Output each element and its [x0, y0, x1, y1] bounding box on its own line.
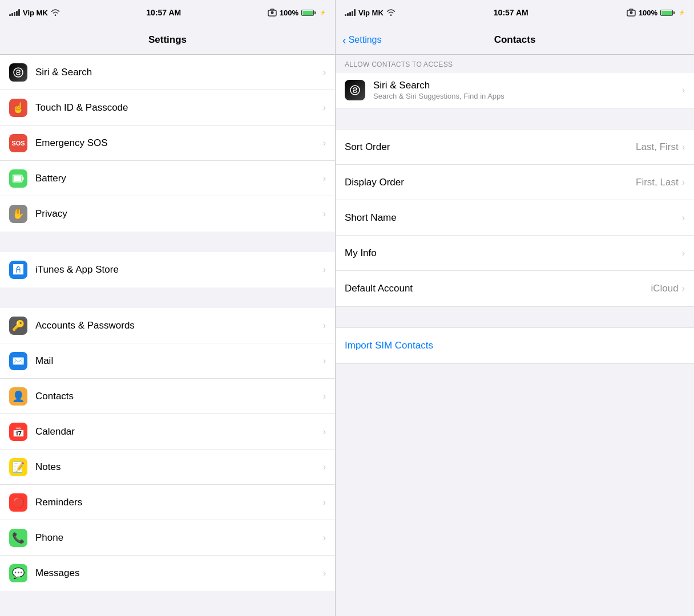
settings-row-appstore[interactable]: 🅰 iTunes & App Store ›	[0, 252, 335, 287]
status-time-right: 10:57 AM	[494, 8, 528, 17]
notes-label: Notes	[35, 461, 320, 473]
contacts-siri-row[interactable]: Siri & Search Search & Siri Suggestions,…	[336, 72, 694, 108]
battery-icon-left	[301, 10, 316, 16]
battery-percent-left: 100%	[280, 9, 298, 17]
touchid-icon: ☝	[9, 99, 27, 117]
settings-row-accounts[interactable]: 🔑 Accounts & Passwords ›	[0, 308, 335, 343]
contacts-icon: 👤	[9, 387, 27, 406]
svg-point-0	[271, 11, 273, 14]
siri-row-subtitle: Search & Siri Suggestions, Find in Apps	[373, 92, 682, 100]
carrier-name-right: Vip MK	[358, 9, 384, 17]
display-order-label: Display Order	[345, 177, 636, 188]
siri-row-content: Siri & Search Search & Siri Suggestions,…	[373, 80, 682, 100]
back-button[interactable]: ‹ Settings	[342, 34, 381, 46]
contacts-nav-bar: ‹ Settings Contacts	[336, 25, 694, 55]
wifi-icon	[51, 9, 60, 16]
signal-bar-4	[16, 11, 18, 16]
privacy-symbol: ✋	[12, 208, 25, 220]
settings-row-contacts[interactable]: 👤 Contacts ›	[0, 379, 335, 414]
notes-symbol: 📝	[12, 461, 25, 473]
mail-icon: ✉️	[9, 352, 27, 370]
settings-row-battery[interactable]: Battery ›	[0, 161, 335, 196]
wifi-icon-right	[386, 9, 396, 16]
svg-rect-5	[14, 176, 22, 181]
status-time-left: 10:57 AM	[146, 8, 181, 17]
accounts-symbol: 🔑	[12, 319, 25, 332]
sort-order-chevron: ›	[682, 142, 685, 152]
calendar-chevron: ›	[323, 427, 326, 437]
display-order-value: First, Last	[636, 177, 679, 188]
separator-2	[0, 287, 335, 308]
my-info-label: My Info	[345, 248, 679, 259]
short-name-label: Short Name	[345, 212, 679, 224]
signal-bar-5	[18, 9, 20, 16]
settings-row-mail[interactable]: ✉️ Mail ›	[0, 343, 335, 379]
sos-text: SOS	[11, 140, 25, 147]
settings-row-touchid[interactable]: ☝ Touch ID & Passcode ›	[0, 90, 335, 125]
siri-chevron: ›	[323, 67, 326, 78]
sort-order-value: Last, First	[636, 141, 679, 153]
carrier-name: Vip MK	[23, 9, 48, 17]
signal-bar-1	[9, 14, 11, 16]
sort-order-label: Sort Order	[345, 141, 636, 153]
settings-row-phone[interactable]: 📞 Phone ›	[0, 520, 335, 556]
settings-row-notes[interactable]: 📝 Notes ›	[0, 449, 335, 485]
settings-title: Settings	[148, 34, 187, 46]
signal-bar-2	[11, 13, 13, 16]
camera-icon-right	[627, 9, 636, 17]
status-right-left: 100% ⚡	[268, 9, 326, 17]
battery-label: Battery	[35, 173, 320, 184]
phone-chevron: ›	[323, 533, 326, 543]
sort-order-row[interactable]: Sort Order Last, First ›	[336, 129, 694, 165]
sos-icon: SOS	[9, 134, 27, 152]
phone-icon: 📞	[9, 529, 27, 547]
settings-row-reminders[interactable]: 🔴 Reminders ›	[0, 485, 335, 520]
phone-symbol: 📞	[12, 532, 25, 544]
status-bar-right: Vip MK 10:57 AM 100% ⚡	[336, 0, 694, 25]
signal-bar-r5	[354, 9, 356, 16]
status-left-carrier-area: Vip MK	[9, 9, 60, 17]
display-order-chevron: ›	[682, 177, 685, 188]
contacts-chevron: ›	[323, 391, 326, 402]
contacts-content: ALLOW CONTACTS TO ACCESS Siri & Search S…	[336, 55, 694, 616]
phone-label: Phone	[35, 532, 320, 544]
short-name-row[interactable]: Short Name ›	[336, 200, 694, 236]
reminders-symbol: 🔴	[12, 496, 25, 509]
signal-bar-r4	[352, 11, 353, 16]
touchid-label: Touch ID & Passcode	[35, 102, 320, 114]
contacts-title: Contacts	[494, 34, 536, 46]
contacts-options-group: Sort Order Last, First › Display Order F…	[336, 129, 694, 307]
signal-bar-r3	[349, 12, 351, 16]
messages-chevron: ›	[323, 568, 326, 578]
settings-row-siri[interactable]: Siri & Search ›	[0, 55, 335, 90]
siri-access-group: Siri & Search Search & Siri Suggestions,…	[336, 72, 694, 108]
settings-row-messages[interactable]: 💬 Messages ›	[0, 556, 335, 591]
separator-1	[0, 232, 335, 252]
import-sim-group: Import SIM Contacts	[336, 327, 694, 364]
battery-percent-right: 100%	[639, 9, 657, 17]
appstore-label: iTunes & App Store	[35, 264, 320, 275]
signal-icon-right	[345, 9, 356, 16]
my-info-row[interactable]: My Info ›	[336, 236, 694, 271]
appstore-symbol: 🅰	[13, 264, 23, 276]
siri-row-chevron: ›	[682, 85, 685, 95]
messages-icon: 💬	[9, 564, 27, 582]
sos-label: Emergency SOS	[35, 137, 320, 149]
privacy-icon: ✋	[9, 205, 27, 223]
import-sim-row[interactable]: Import SIM Contacts	[336, 328, 694, 363]
settings-row-privacy[interactable]: ✋ Privacy ›	[0, 196, 335, 232]
settings-row-calendar[interactable]: 📅 Calendar ›	[0, 414, 335, 449]
messages-symbol: 💬	[12, 567, 25, 579]
svg-rect-4	[23, 177, 24, 180]
battery-chevron: ›	[323, 173, 326, 184]
svg-point-6	[630, 11, 632, 14]
lightning-icon-right: ⚡	[679, 10, 685, 15]
signal-icon	[9, 9, 20, 16]
default-account-row[interactable]: Default Account iCloud ›	[336, 271, 694, 306]
display-order-row[interactable]: Display Order First, Last ›	[336, 165, 694, 200]
calendar-symbol: 📅	[12, 425, 25, 438]
short-name-chevron: ›	[682, 213, 685, 223]
lightning-icon-left: ⚡	[320, 10, 326, 15]
notes-chevron: ›	[323, 462, 326, 472]
settings-row-sos[interactable]: SOS Emergency SOS ›	[0, 125, 335, 161]
